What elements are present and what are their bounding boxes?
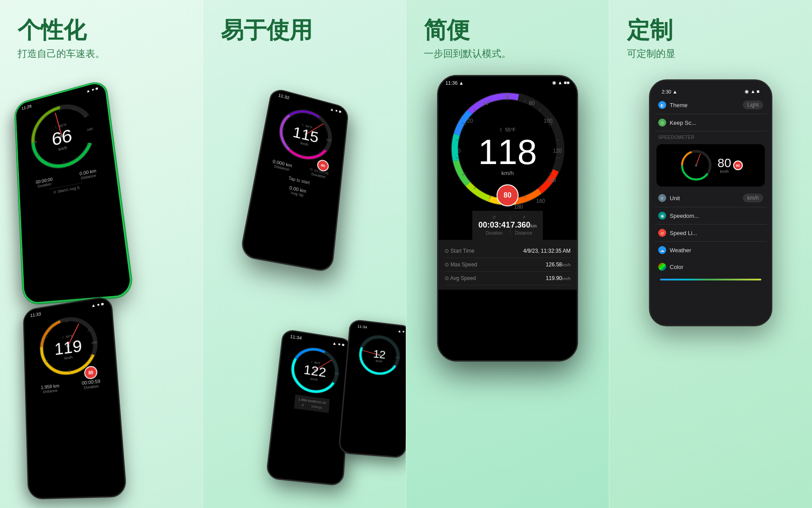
phone-p1-top-screen: 11:28 ▲ ● ■: [16, 81, 132, 303]
color-label: Color: [670, 264, 683, 270]
panel-1-subtitle: 打造自己的车速表。: [18, 47, 189, 60]
svg-text:140: 140: [547, 177, 556, 183]
max-speed-value: 126.58: [546, 261, 562, 268]
panel-1-title: 个性化: [18, 18, 189, 43]
phone-p2-mid: 11:34 ▲ ● ■ 180 ☾ 55°F 122: [266, 329, 353, 486]
settings-speed-limit[interactable]: ⊘ Speed Li...: [655, 224, 767, 242]
panel-easy-use: 易于使用 11:32 ▲ ● ■: [203, 0, 406, 508]
phone-p1-bottom: 11:33 ▲ ● ■: [23, 295, 127, 500]
panel-4-subtitle: 可定制的显: [627, 47, 799, 60]
panel-customize: 定制 可定制的显 2:30 ▲ ◉ ▲ ■ ◐ Theme Light: [609, 0, 812, 508]
phone-p4-main: 2:30 ▲ ◉ ▲ ■ ◐ Theme Light ⊙ Keep Sc...: [649, 79, 772, 326]
mini-speed-display: 80 km/h: [717, 157, 731, 174]
gauge-p3-main: 0 20 40 60 80 100 120 140 160 180: [446, 87, 569, 211]
keep-screen-label: Keep Sc...: [670, 120, 696, 126]
speedometer-label: Speedom...: [670, 213, 699, 219]
svg-text:0: 0: [34, 140, 37, 144]
start-time-row: ⊙ Start Time 4/9/23, 11:32:35 AM: [445, 244, 571, 258]
panel-4-phones: 2:30 ▲ ◉ ▲ ■ ◐ Theme Light ⊙ Keep Sc...: [609, 71, 812, 508]
gauge-p2f: 180 12 km/h: [354, 330, 404, 381]
time-p4: 2:30 ▲: [662, 89, 677, 94]
settings-speedometer[interactable]: ◉ Speedom...: [655, 207, 767, 224]
duration-distance-p3: ⏱ 00:03:41 Duration ↗ 7.360km Distance: [472, 211, 543, 240]
icons-p4: ◉ ▲ ■: [745, 89, 760, 94]
panel-2-phones: 11:32 ▲ ● ■: [203, 71, 406, 508]
panel-3-phones: 11:36 ▲ ◉ ▲ ■■: [406, 71, 609, 508]
avg-speed-row: ⊙ Avg Speed 119.90km/h: [445, 272, 571, 285]
svg-text:180: 180: [326, 138, 332, 142]
svg-text:40: 40: [482, 100, 489, 106]
unit-value: km/h: [743, 194, 763, 202]
svg-text:120: 120: [553, 148, 562, 154]
panel-simple: 简便 一步回到默认模式。 11:36 ▲ ◉ ▲ ■■: [406, 0, 609, 508]
svg-text:180: 180: [514, 204, 523, 210]
settings-color[interactable]: Color: [655, 258, 767, 275]
settings-theme[interactable]: ◐ Theme Light: [655, 96, 767, 114]
unit-label: Unit: [670, 195, 680, 202]
speed-display-p1t: ☾ 55°F 66 km/h: [51, 122, 73, 153]
avg-speed-value: 119.90: [546, 275, 562, 281]
speedometer-icon: ◉: [658, 212, 666, 220]
phone-p4-screen: 2:30 ▲ ◉ ▲ ■ ◐ Theme Light ⊙ Keep Sc...: [650, 81, 771, 325]
phone-p2-mid-screen: 11:34 ▲ ● ■ 180 ☾ 55°F 122: [267, 330, 351, 485]
weather-icon: ☁: [658, 246, 666, 254]
settings-unit[interactable]: ≡ Unit km/h: [655, 189, 767, 207]
phone-p3-main: 11:36 ▲ ◉ ▲ ■■: [437, 75, 578, 362]
phone-p3-main-screen: 11:36 ▲ ◉ ▲ ■■: [438, 76, 577, 360]
distance-unit-p3: km: [530, 224, 537, 228]
max-speed-row: ⊙ Max Speed 126.58km/h: [445, 258, 571, 272]
phone-p1-bottom-screen: 11:33 ▲ ● ■: [24, 297, 126, 498]
phone-p1-top: 11:28 ▲ ● ■: [15, 80, 133, 305]
theme-label: Theme: [670, 102, 687, 108]
status-bar-p3: 11:36 ▲ ◉ ▲ ■■: [438, 76, 577, 87]
panel-2-title: 易于使用: [221, 18, 393, 43]
phone-p2-main: 11:32 ▲ ● ■: [239, 87, 349, 273]
time-p2f: 11:34: [357, 324, 367, 329]
speed-limit-icon: ⊘: [658, 229, 666, 237]
speed-display-p2f: 12 km/h: [373, 348, 386, 363]
theme-icon: ◐: [658, 101, 666, 109]
unit-icon: ≡: [658, 194, 666, 202]
speed-display-p3: ☾ 55°F 118 km/h: [478, 127, 537, 176]
theme-value: Light: [743, 101, 763, 109]
time-p1b: 11:33: [30, 311, 41, 318]
svg-line-97: [696, 154, 701, 165]
weather-label: Weather: [670, 247, 691, 254]
mini-speed-number: 80: [717, 157, 731, 169]
svg-text:160: 160: [536, 198, 545, 204]
speed-display-p2s: ☾ 55°F 122 km/h: [303, 360, 327, 383]
color-bar: [660, 279, 761, 280]
phone-p2-far-screen: 11:34 ▲ ● 180 12 km/h: [339, 320, 406, 457]
svg-text:0: 0: [458, 148, 461, 154]
panel-personalize: 个性化 打造自己的车速表。 11:28 ▲ ● ■: [0, 0, 203, 508]
icons-p2f: ▲ ●: [397, 329, 404, 334]
panel-3-title: 简便: [424, 18, 596, 43]
panel-3-subtitle: 一步回到默认模式。: [424, 47, 596, 60]
section-speedometer: SPEEDOMETER: [655, 131, 767, 142]
time-p2s: 11:34: [290, 334, 302, 341]
status-bar-p4: 2:30 ▲ ◉ ▲ ■: [655, 85, 767, 96]
phone-p2-main-screen: 11:32 ▲ ● ■: [241, 89, 348, 272]
mini-gauge-svg: [679, 148, 714, 183]
icons-p1t: ▲ ● ■: [85, 86, 98, 93]
speed-limit-label: Speed Li...: [670, 230, 697, 236]
svg-text:80: 80: [529, 100, 535, 106]
time-p3: 11:36 ▲: [445, 80, 463, 86]
icons-p2s: ▲ ● ■: [332, 340, 345, 347]
svg-point-98: [695, 164, 697, 167]
limit-badge-p3: 80: [497, 184, 519, 206]
mini-limit-badge: 80: [733, 161, 743, 170]
gauge-p2s: 180 ☾ 55°F 122 km/h: [284, 340, 344, 400]
settings-weather[interactable]: ☁ Weather: [655, 242, 767, 258]
svg-text:100: 100: [544, 118, 552, 124]
keep-screen-icon: ⊙: [658, 119, 666, 127]
data-panel-p3: ⊙ Start Time 4/9/23, 11:32:35 AM ⊙ Max S…: [438, 240, 577, 290]
svg-text:180: 180: [395, 356, 400, 359]
icons-p1b: ▲ ● ■: [91, 301, 104, 308]
start-time-value: 4/9/23, 11:32:35 AM: [523, 248, 571, 254]
settings-keep-screen[interactable]: ⊙ Keep Sc...: [655, 114, 767, 131]
phone-p2-far: 11:34 ▲ ● 180 12 km/h: [338, 319, 406, 459]
svg-text:180: 180: [87, 127, 94, 132]
svg-text:180: 180: [334, 372, 339, 375]
mini-speedometer-preview: 80 km/h 80: [656, 144, 765, 187]
